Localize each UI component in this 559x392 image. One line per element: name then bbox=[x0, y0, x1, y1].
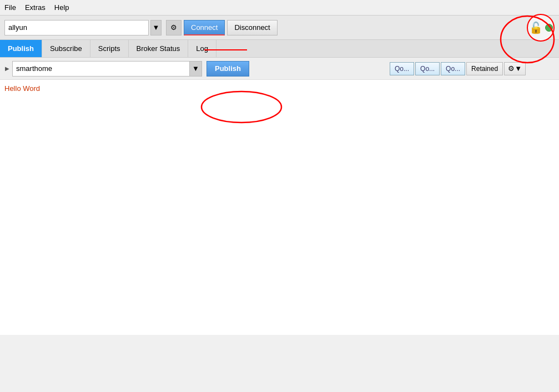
tab-log-label: Log bbox=[196, 44, 208, 53]
lock-status-container: 🔓 bbox=[527, 14, 555, 42]
message-content: Hello Word bbox=[4, 84, 40, 93]
gear-icon: ⚙ bbox=[170, 23, 177, 32]
toolbar: ▼ ⚙ Connect Disconnect 🔓 bbox=[0, 16, 559, 40]
publish-button[interactable]: Publish bbox=[207, 61, 249, 77]
menu-file[interactable]: File bbox=[4, 3, 16, 12]
tab-scripts-label: Scripts bbox=[98, 44, 120, 53]
publish-panel: ▶ ▼ Publish Qo... Qo... Qo... Retained ⚙… bbox=[0, 58, 559, 335]
connection-status: 🔓 bbox=[527, 14, 555, 42]
gear-button[interactable]: ⚙ bbox=[166, 20, 182, 35]
qos-1-button[interactable]: Qo... bbox=[415, 62, 440, 75]
lock-icon: 🔓 bbox=[529, 21, 543, 34]
tab-log[interactable]: Log bbox=[188, 39, 216, 57]
menu-extras[interactable]: Extras bbox=[25, 3, 46, 12]
qos-2-button[interactable]: Qo... bbox=[441, 62, 465, 75]
chevron-down-icon: ▼ bbox=[153, 23, 160, 32]
publish-settings-button[interactable]: ⚙▼ bbox=[504, 62, 526, 75]
tab-subscribe[interactable]: Subscribe bbox=[42, 39, 90, 57]
tab-publish[interactable]: Publish bbox=[0, 39, 42, 57]
tabs-bar: Publish Subscribe Scripts Broker Status … bbox=[0, 40, 559, 58]
tab-broker-status-label: Broker Status bbox=[137, 44, 180, 53]
retained-button[interactable]: Retained bbox=[466, 62, 503, 75]
broker-input[interactable] bbox=[4, 20, 149, 35]
topic-input-container: ▼ bbox=[12, 61, 202, 77]
tab-scripts[interactable]: Scripts bbox=[90, 39, 129, 57]
menu-bar: File Extras Help bbox=[0, 0, 559, 16]
menu-help[interactable]: Help bbox=[54, 3, 69, 12]
disconnect-button[interactable]: Disconnect bbox=[227, 20, 277, 35]
qos-0-button[interactable]: Qo... bbox=[390, 62, 414, 75]
topic-input[interactable] bbox=[12, 61, 190, 77]
topic-dropdown-button[interactable]: ▼ bbox=[190, 61, 202, 77]
message-area[interactable]: Hello Word bbox=[0, 80, 559, 335]
topic-row: ▶ ▼ Publish Qo... Qo... Qo... Retained ⚙… bbox=[0, 58, 559, 80]
broker-select-container: ▼ ⚙ bbox=[4, 20, 182, 35]
qos-buttons-container: Qo... Qo... Qo... Retained ⚙▼ bbox=[390, 62, 526, 75]
tab-broker-status[interactable]: Broker Status bbox=[129, 39, 189, 57]
connected-status-dot bbox=[545, 24, 553, 32]
chevron-down-icon: ▼ bbox=[192, 64, 199, 73]
settings-icon: ⚙▼ bbox=[508, 64, 522, 73]
connect-button[interactable]: Connect bbox=[184, 20, 225, 35]
topic-arrow-icon: ▶ bbox=[4, 60, 10, 78]
tab-publish-label: Publish bbox=[8, 44, 34, 53]
tab-subscribe-label: Subscribe bbox=[50, 44, 82, 53]
broker-dropdown-arrow[interactable]: ▼ bbox=[150, 20, 162, 35]
